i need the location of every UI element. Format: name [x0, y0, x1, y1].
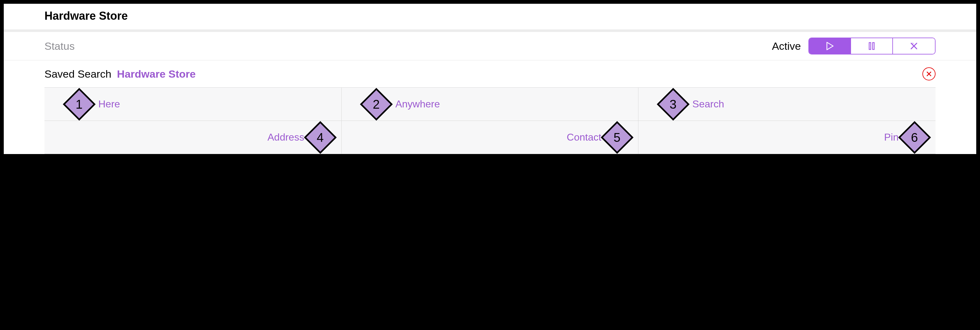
- saved-search-label: Saved Search: [45, 68, 111, 80]
- badge-number: 3: [670, 97, 677, 111]
- close-icon: [926, 71, 932, 77]
- cell-search[interactable]: 3 Search: [638, 88, 935, 121]
- saved-search-row: Saved Search Hardware Store: [4, 61, 976, 88]
- svg-marker-0: [827, 42, 833, 50]
- badge-number: 5: [614, 130, 620, 144]
- cell-label: Search: [692, 98, 724, 110]
- badge-number: 1: [76, 97, 83, 111]
- panel: Hardware Store Status Active: [4, 4, 976, 154]
- cell-anywhere[interactable]: 2 Anywhere: [342, 88, 639, 121]
- svg-rect-1: [869, 43, 871, 49]
- badge-number: 2: [373, 97, 380, 111]
- action-grid: 1 Here 2 Anywhere 3 Search Address 4 Con…: [45, 88, 935, 154]
- status-value: Active: [772, 40, 801, 52]
- status-label: Status: [45, 40, 75, 52]
- cell-label: Here: [98, 98, 120, 110]
- cell-contact[interactable]: Contact 5: [342, 121, 639, 154]
- status-segmented-control: [808, 38, 935, 54]
- page-title: Hardware Store: [45, 10, 976, 22]
- diamond-badge: 3: [657, 88, 690, 121]
- diamond-badge: 5: [601, 121, 634, 154]
- x-icon: [909, 41, 919, 51]
- play-icon: [825, 41, 834, 51]
- cell-label: Contact: [567, 131, 601, 143]
- badge-number: 4: [317, 130, 324, 144]
- cell-label: Pin: [884, 131, 899, 143]
- clear-saved-search-button[interactable]: [923, 67, 935, 80]
- diamond-badge: 4: [304, 121, 337, 154]
- header: Hardware Store: [4, 4, 976, 29]
- saved-search-value[interactable]: Hardware Store: [117, 68, 196, 80]
- cell-here[interactable]: 1 Here: [45, 88, 342, 121]
- cell-label: Address: [267, 131, 304, 143]
- cell-pin[interactable]: Pin 6: [638, 121, 935, 154]
- diamond-badge: 6: [898, 121, 931, 154]
- badge-number: 6: [911, 130, 918, 144]
- play-button[interactable]: [809, 38, 851, 54]
- svg-rect-2: [873, 43, 874, 49]
- diamond-badge: 1: [63, 88, 96, 121]
- pause-button[interactable]: [851, 38, 893, 54]
- diamond-badge: 2: [360, 88, 393, 121]
- cell-address[interactable]: Address 4: [45, 121, 342, 154]
- divider: [4, 29, 976, 32]
- status-right: Active: [772, 38, 935, 54]
- status-row: Status Active: [4, 32, 976, 61]
- pause-icon: [867, 41, 877, 51]
- cancel-button[interactable]: [893, 38, 935, 54]
- cell-label: Anywhere: [395, 98, 440, 110]
